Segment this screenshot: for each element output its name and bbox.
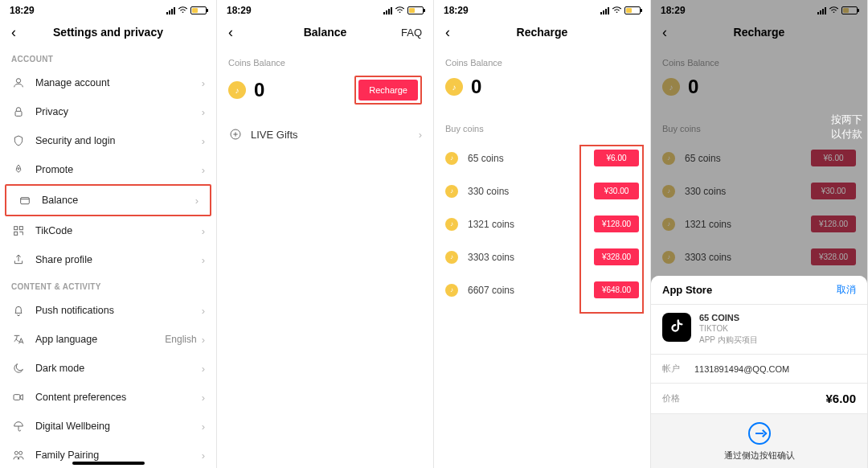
cancel-button[interactable]: 取消 — [837, 283, 856, 297]
list-item-content-preferences[interactable]: Content preferences› — [0, 383, 216, 412]
price-button[interactable]: ¥128.00 — [811, 216, 856, 232]
item-value: English — [165, 334, 196, 345]
item-label: Privacy — [35, 106, 202, 117]
balance-amount: 0 — [688, 76, 698, 98]
list-item-balance[interactable]: Balance› — [6, 186, 210, 215]
svg-rect-5 — [19, 227, 23, 230]
live-gifts-row[interactable]: LIVE Gifts › — [217, 116, 433, 153]
header: ‹ Recharge — [434, 18, 650, 47]
status-bar: 18:29 — [217, 0, 433, 18]
chevron-icon: › — [202, 77, 205, 89]
shield-icon — [11, 133, 26, 148]
back-button[interactable]: ‹ — [662, 24, 667, 41]
balance-row: ♪ 0 — [434, 72, 650, 109]
section-header: CONTENT & ACTIVITY — [0, 274, 216, 296]
price-button[interactable]: ¥328.00 — [594, 248, 639, 265]
coin-option-row: ♪3303 coins¥328.00 — [434, 240, 650, 273]
account-label: 帐户 — [662, 363, 694, 375]
list-item-digital-wellbeing[interactable]: Digital Wellbeing› — [0, 412, 216, 441]
svg-point-0 — [16, 79, 20, 83]
header: ‹ Settings and privacy — [0, 18, 216, 47]
home-indicator[interactable] — [72, 462, 145, 465]
list-item-tikcode[interactable]: TikCode› — [0, 216, 216, 245]
share-icon — [11, 252, 26, 267]
wifi-icon — [612, 6, 622, 14]
back-button[interactable]: ‹ — [445, 24, 450, 41]
price-button[interactable]: ¥6.00 — [594, 150, 639, 166]
back-button[interactable]: ‹ — [11, 24, 16, 41]
signal-icon — [600, 6, 609, 14]
chevron-icon: › — [419, 129, 422, 141]
coin-option-row: ♪330 coins¥30.00 — [434, 174, 650, 207]
coin-icon: ♪ — [662, 78, 680, 96]
status-icons — [383, 6, 424, 14]
price-button[interactable]: ¥30.00 — [594, 183, 639, 199]
coin-option-label: 330 coins — [468, 186, 594, 197]
coin-option-label: 330 coins — [685, 186, 811, 197]
price-button[interactable]: ¥30.00 — [811, 183, 856, 199]
recharge-highlight: Recharge — [354, 76, 422, 105]
svg-rect-6 — [14, 232, 18, 235]
faq-link[interactable]: FAQ — [401, 27, 422, 39]
coin-option-row: ♪1321 coins¥128.00 — [651, 207, 867, 240]
buy-coins-label: Buy coins — [434, 109, 650, 142]
moon-icon — [11, 361, 26, 376]
header: ‹ Recharge — [651, 18, 867, 47]
status-time: 18:29 — [10, 5, 35, 16]
account-value: 1131891494@QQ.COM — [694, 364, 856, 374]
price-button[interactable]: ¥648.00 — [594, 281, 639, 298]
item-label: Balance — [42, 195, 195, 206]
balance-row: ♪ 0 — [651, 72, 867, 109]
status-time: 18:29 — [444, 5, 469, 16]
coin-option-row: ♪65 coins¥6.00 — [434, 142, 650, 174]
list-item-push-notifications[interactable]: Push notifications› — [0, 296, 216, 325]
confirm-text: 通过侧边按钮确认 — [651, 450, 867, 462]
svg-rect-4 — [14, 227, 18, 230]
list-item-app-language[interactable]: App languageEnglish› — [0, 325, 216, 354]
coin-option-label: 1321 coins — [685, 219, 811, 230]
app-store-label: App Store — [662, 284, 712, 296]
list-item-dark-mode[interactable]: Dark mode› — [0, 354, 216, 383]
status-bar: 18:29 — [434, 0, 650, 18]
svg-point-8 — [14, 451, 18, 454]
price-button[interactable]: ¥128.00 — [594, 216, 639, 232]
price-button[interactable]: ¥328.00 — [811, 248, 856, 265]
lock-icon — [11, 105, 26, 119]
chevron-icon: › — [202, 334, 205, 346]
chevron-icon: › — [202, 421, 205, 433]
coin-option-label: 1321 coins — [468, 219, 594, 230]
chevron-icon: › — [202, 106, 205, 118]
coin-option-label: 6607 coins — [468, 285, 594, 296]
coin-icon: ♪ — [662, 152, 675, 165]
back-button[interactable]: ‹ — [228, 24, 233, 41]
page-title: Recharge — [734, 26, 785, 39]
price-row: 价格 ¥6.00 — [651, 384, 867, 414]
video-icon — [11, 390, 26, 404]
svg-point-9 — [19, 451, 23, 454]
price-value: ¥6.00 — [825, 392, 856, 405]
recharge-screen: 18:29 ‹ Recharge Coins Balance ♪ 0 Buy c… — [434, 0, 651, 468]
coin-icon: ♪ — [228, 81, 246, 99]
list-item-promote[interactable]: Promote› — [0, 155, 216, 184]
live-gifts-label: LIVE Gifts — [251, 129, 419, 141]
list-item-manage-account[interactable]: Manage account› — [0, 68, 216, 97]
svg-rect-3 — [21, 198, 30, 204]
coins-balance-label: Coins Balance — [434, 47, 650, 72]
list-item-security-and-login[interactable]: Security and login› — [0, 126, 216, 155]
product-app: TIKTOK — [699, 324, 758, 333]
price-label: 价格 — [662, 392, 694, 404]
signal-icon — [166, 6, 175, 14]
recharge-button[interactable]: Recharge — [358, 80, 418, 101]
status-time: 18:29 — [227, 5, 252, 16]
list-item-privacy[interactable]: Privacy› — [0, 97, 216, 126]
svg-rect-1 — [15, 111, 22, 116]
price-button[interactable]: ¥6.00 — [811, 150, 856, 166]
battery-icon — [841, 6, 858, 14]
coin-option-row: ♪330 coins¥30.00 — [651, 174, 867, 207]
balance-amount: 0 — [471, 76, 481, 98]
status-icons — [166, 6, 207, 14]
balance-highlight: Balance› — [5, 184, 211, 216]
list-item-share-profile[interactable]: Share profile› — [0, 245, 216, 274]
chevron-icon: › — [202, 305, 205, 317]
coin-icon: ♪ — [445, 185, 458, 198]
